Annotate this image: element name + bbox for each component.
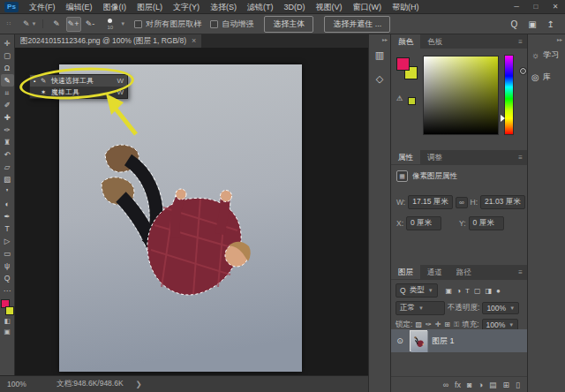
add-to-selection-mode[interactable]: ✎+ (66, 17, 81, 32)
layer-effects-icon[interactable]: fx (455, 381, 461, 389)
crop-tool[interactable]: ⌗ (1, 87, 14, 99)
x-field[interactable]: 0 厘米 (406, 216, 441, 230)
menu-item[interactable]: 窗口(W) (348, 0, 388, 14)
select-and-mask-button[interactable]: 选择并遮住 ... (324, 16, 390, 33)
close-tab-icon[interactable]: × (192, 34, 196, 48)
menu-item[interactable]: 视图(V) (311, 0, 348, 14)
new-selection-mode[interactable]: ✎ (49, 17, 64, 32)
panel-tab[interactable]: 路径 (449, 265, 478, 279)
blur-tool[interactable]: ❜ (1, 185, 14, 198)
lasso-tool[interactable]: Ω (1, 62, 14, 74)
filter-adjustment-layers-icon[interactable]: ◑ (456, 287, 461, 295)
layer-filter-kind[interactable]: Q 类型 ▼ (396, 283, 438, 298)
panel-tab[interactable]: 通道 (420, 265, 449, 279)
menu-item[interactable]: 图像(I) (98, 0, 132, 14)
saturation-brightness-picker[interactable] (423, 56, 499, 135)
eyedropper-tool[interactable]: ✐ (1, 99, 14, 111)
panel-tab[interactable]: 图层 (391, 265, 420, 279)
more-tools[interactable]: ⋯ (1, 284, 14, 297)
quick-selection-tool-item[interactable]: ▪ ✎ 快速选择工具 W (30, 75, 127, 87)
type-tool[interactable]: T (1, 222, 14, 235)
canvas-image[interactable] (59, 64, 302, 372)
hand-tool[interactable]: ψ (1, 260, 14, 272)
filter-smart-objects-icon[interactable]: ◨ (485, 287, 492, 295)
history-brush-tool[interactable]: ↶ (1, 148, 14, 161)
panel-tab[interactable]: 颜色 (391, 34, 420, 49)
minimize-button[interactable]: ─ (507, 0, 526, 14)
3d-strip-icon[interactable]: ◇ (371, 70, 388, 87)
quick-selection-tool[interactable]: ✎ (1, 74, 14, 87)
menu-item[interactable]: 帮助(H) (387, 0, 425, 14)
panel-tab[interactable]: 色板 (420, 34, 449, 49)
filter-type-layers-icon[interactable]: T (465, 287, 470, 295)
workspace-icon[interactable]: ▣ (528, 19, 536, 29)
panel-tab[interactable]: 属性 (391, 150, 420, 164)
link-dimensions-icon[interactable]: ∞ (456, 197, 468, 208)
screen-mode-button[interactable]: ▣ (1, 326, 14, 336)
libraries-panel-item[interactable]: ◎ 库 (528, 66, 565, 88)
color-picker-circle-icon[interactable] (519, 67, 527, 75)
expand-rail-icon[interactable]: ▸▸ (528, 34, 565, 44)
blend-mode-select[interactable]: 正常 ▼ (396, 301, 445, 315)
hue-slider[interactable] (504, 55, 514, 135)
zoom-level-field[interactable]: 100% (7, 380, 37, 388)
menu-item[interactable]: 选择(S) (205, 0, 242, 14)
auto-enhance-checkbox[interactable]: 自动增强 (210, 19, 253, 30)
status-chevron-icon[interactable]: ❯ (136, 380, 142, 388)
spot-healing-tool[interactable]: ✚ (1, 111, 14, 124)
delete-layer-icon[interactable]: ▯ (516, 381, 520, 389)
clone-stamp-tool[interactable]: ♜ (1, 136, 14, 148)
panel-menu-icon[interactable]: ≡ (518, 268, 527, 276)
filter-toggle-icon[interactable]: ● (496, 287, 501, 295)
search-icon[interactable]: Q (510, 19, 517, 29)
close-button[interactable]: ✕ (546, 0, 565, 14)
move-tool[interactable]: ✛ (1, 37, 14, 49)
lock-artboard-icon[interactable]: ⊞ (444, 320, 450, 329)
lock-all-icon[interactable]: ⚿ (454, 320, 459, 329)
quick-mask-button[interactable]: ◧ (1, 315, 14, 326)
lock-transparency-icon[interactable]: ▨ (415, 320, 422, 329)
new-layer-icon[interactable]: ⊞ (503, 381, 510, 389)
background-color-swatch[interactable] (5, 306, 14, 315)
foreground-color-swatch[interactable] (396, 57, 410, 71)
panel-tab[interactable]: 调整 (420, 150, 449, 164)
panel-menu-icon[interactable]: ≡ (518, 154, 527, 162)
learn-panel-item[interactable]: ☼ 学习 (528, 44, 565, 66)
share-icon[interactable]: ↥ (547, 19, 554, 29)
layer-group-icon[interactable]: ▤ (489, 381, 497, 389)
marquee-tool[interactable]: ▢ (1, 49, 14, 62)
pen-tool[interactable]: ✒ (1, 210, 14, 222)
subtract-from-selection-mode[interactable]: ✎- (83, 17, 98, 32)
panel-menu-icon[interactable]: ≡ (518, 38, 527, 46)
opacity-field[interactable]: 100% ▼ (482, 302, 519, 314)
filter-pixel-layers-icon[interactable]: ▣ (446, 287, 453, 295)
expand-panels-icon[interactable]: ▸▸ (380, 34, 390, 46)
zoom-tool[interactable]: Q (1, 272, 14, 284)
chevron-down-icon[interactable]: ▼ (120, 21, 125, 26)
adjustment-layer-icon[interactable]: ◑ (478, 381, 483, 389)
swatches-strip-icon[interactable]: ▥ (371, 46, 388, 64)
gradient-tool[interactable]: ▧ (1, 173, 14, 185)
color-swatches[interactable] (1, 299, 14, 315)
menu-item[interactable]: 文字(Y) (168, 0, 205, 14)
filter-shape-layers-icon[interactable]: ▢ (474, 287, 481, 295)
maximize-button[interactable]: □ (526, 0, 546, 14)
menu-item[interactable]: 滤镜(T) (242, 0, 279, 14)
brush-size-picker[interactable]: 10 (108, 19, 114, 30)
gamut-warning-icon[interactable]: ⚠ (396, 94, 403, 102)
lock-position-icon[interactable]: ✛ (435, 320, 441, 329)
layer-mask-icon[interactable]: ◙ (467, 381, 471, 389)
dodge-tool[interactable]: ◐ (1, 198, 14, 210)
height-field[interactable]: 21.03 厘米 (480, 195, 525, 209)
tool-preset-icon[interactable]: ∷ (0, 20, 18, 27)
y-field[interactable]: 0 厘米 (469, 216, 504, 230)
layer-row[interactable]: ⊙ 图层 1 (391, 329, 527, 352)
visibility-eye-icon[interactable]: ⊙ (395, 336, 405, 345)
shape-tool[interactable]: ▭ (1, 247, 14, 260)
hue-slider-marker-icon[interactable] (501, 115, 505, 122)
sample-all-layers-checkbox[interactable]: 对所有图层取样 (134, 19, 201, 30)
current-tool-button[interactable]: ✎ ▼ (18, 19, 43, 28)
menu-item[interactable]: 3D(D) (279, 0, 311, 14)
brush-tool[interactable]: ✑ (1, 124, 14, 136)
lock-pixels-icon[interactable]: ✑ (426, 320, 432, 329)
